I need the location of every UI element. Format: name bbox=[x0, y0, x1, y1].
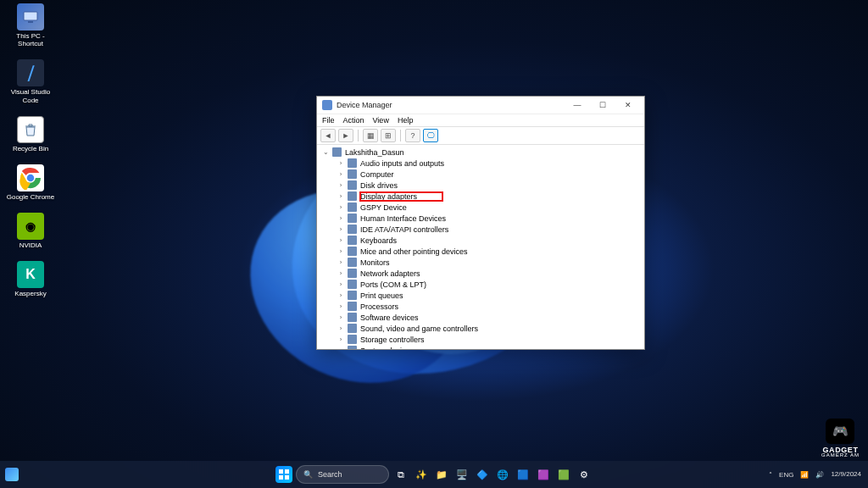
svg-rect-1 bbox=[28, 21, 33, 23]
language-indicator[interactable]: ENG bbox=[779, 471, 793, 479]
start-button[interactable] bbox=[275, 466, 292, 483]
toolbar: ◄ ► ▦ ⊞ ? 🖵 bbox=[317, 127, 644, 145]
device-manager-taskbar-icon[interactable]: 🖥️ bbox=[453, 466, 470, 483]
node-label: Audio inputs and outputs bbox=[360, 159, 444, 168]
tree-node[interactable]: ›Monitors bbox=[320, 257, 641, 268]
expand-icon[interactable]: › bbox=[337, 181, 344, 189]
taskbar-clock[interactable]: 12/9/2024 bbox=[831, 471, 861, 479]
category-icon bbox=[348, 280, 357, 289]
tree-node[interactable]: ›Display adapters bbox=[320, 191, 641, 202]
tree-node[interactable]: ›Software devices bbox=[320, 312, 641, 323]
collapse-icon[interactable]: ⌄ bbox=[322, 148, 329, 156]
taskbar-search[interactable]: 🔍 Search bbox=[296, 465, 389, 484]
tree-node[interactable]: ›Storage controllers bbox=[320, 334, 641, 345]
explorer-taskbar-icon[interactable]: 📁 bbox=[433, 466, 450, 483]
desktop-icon-chrome[interactable]: Google Chrome bbox=[5, 164, 56, 201]
desktop-icon-label: This PC - Shortcut bbox=[5, 32, 56, 47]
svg-rect-8 bbox=[285, 475, 289, 480]
node-label: Display adapters bbox=[360, 192, 417, 201]
node-label: Disk drives bbox=[360, 181, 398, 190]
taskview-button[interactable]: ⧉ bbox=[392, 466, 409, 483]
expand-icon[interactable]: › bbox=[337, 214, 344, 222]
wifi-icon[interactable]: 📶 bbox=[800, 471, 809, 479]
node-label: Processors bbox=[360, 302, 398, 311]
separator bbox=[400, 130, 401, 141]
tray-chevron-icon[interactable]: ˄ bbox=[769, 471, 772, 479]
expand-icon[interactable]: › bbox=[337, 324, 344, 332]
node-label: Mice and other pointing devices bbox=[360, 247, 468, 256]
desktop-icon-kaspersky[interactable]: K Kaspersky bbox=[5, 261, 56, 297]
menu-view[interactable]: View bbox=[373, 116, 389, 125]
expand-icon[interactable]: › bbox=[337, 347, 344, 349]
category-icon bbox=[348, 202, 357, 212]
forward-button[interactable]: ► bbox=[338, 129, 353, 142]
tree-node[interactable]: ›Network adapters bbox=[320, 268, 641, 279]
menu-help[interactable]: Help bbox=[398, 116, 414, 125]
titlebar[interactable]: Device Manager — ☐ ✕ bbox=[317, 97, 644, 114]
expand-icon[interactable]: › bbox=[337, 313, 344, 321]
window-title: Device Manager bbox=[337, 101, 565, 109]
vscode-taskbar-icon[interactable]: 🔷 bbox=[474, 466, 491, 483]
svg-rect-0 bbox=[24, 12, 37, 20]
menu-action[interactable]: Action bbox=[343, 116, 364, 125]
category-icon bbox=[348, 169, 357, 179]
tree-node[interactable]: ›Human Interface Devices bbox=[320, 213, 641, 224]
chrome-taskbar-icon[interactable]: 🌐 bbox=[494, 466, 511, 483]
tree-node[interactable]: ›Processors bbox=[320, 301, 641, 312]
tree-node[interactable]: ›Sound, video and game controllers bbox=[320, 323, 641, 334]
tree-node[interactable]: ›GSPY Device bbox=[320, 202, 641, 213]
expand-icon[interactable]: › bbox=[337, 269, 344, 277]
menu-file[interactable]: File bbox=[322, 116, 335, 125]
tree-node[interactable]: ›Disk drives bbox=[320, 180, 641, 191]
node-label: Human Interface Devices bbox=[360, 214, 446, 223]
expand-icon[interactable]: › bbox=[337, 247, 344, 255]
tree-root[interactable]: ⌄ Lakshitha_Dasun bbox=[320, 147, 641, 158]
tree-node[interactable]: ›Mice and other pointing devices bbox=[320, 246, 641, 257]
back-button[interactable]: ◄ bbox=[320, 129, 336, 142]
node-label: System devices bbox=[360, 347, 414, 350]
watermark: 🎮 GADGET GAMERZ AM bbox=[821, 419, 860, 458]
scan-hardware-button[interactable]: 🖵 bbox=[423, 129, 438, 142]
expand-icon[interactable]: › bbox=[337, 258, 344, 266]
expand-icon[interactable]: › bbox=[337, 159, 344, 167]
help-button[interactable]: ? bbox=[405, 129, 420, 142]
expand-icon[interactable]: › bbox=[337, 225, 344, 233]
steam-taskbar-icon[interactable]: ⚙ bbox=[576, 466, 593, 483]
expand-icon[interactable]: › bbox=[337, 203, 344, 211]
device-tree[interactable]: ⌄ Lakshitha_Dasun ›Audio inputs and outp… bbox=[317, 145, 644, 349]
maximize-button[interactable]: ☐ bbox=[590, 97, 615, 114]
close-button[interactable]: ✕ bbox=[615, 97, 641, 114]
desktop-icon-nvidia[interactable]: ◉ NVIDIA bbox=[5, 213, 56, 249]
expand-icon[interactable]: › bbox=[337, 302, 344, 310]
tree-node[interactable]: ›Ports (COM & LPT) bbox=[320, 279, 641, 290]
expand-icon[interactable]: › bbox=[337, 336, 344, 343]
app2-taskbar-icon[interactable]: 🟪 bbox=[535, 466, 552, 483]
app3-taskbar-icon[interactable]: 🟩 bbox=[555, 466, 572, 483]
expand-icon[interactable]: › bbox=[337, 236, 344, 244]
tree-node[interactable]: ›Keyboards bbox=[320, 235, 641, 246]
widgets-button[interactable] bbox=[5, 468, 19, 481]
tree-node[interactable]: ›Print queues bbox=[320, 290, 641, 301]
properties-button[interactable]: ⊞ bbox=[381, 129, 396, 142]
expand-icon[interactable]: › bbox=[337, 280, 344, 288]
app-taskbar-icon[interactable]: 🟦 bbox=[515, 466, 531, 483]
node-label: Storage controllers bbox=[360, 336, 425, 344]
node-label: Keyboards bbox=[360, 236, 397, 245]
tree-node[interactable]: ›Audio inputs and outputs bbox=[320, 158, 641, 169]
expand-icon[interactable]: › bbox=[337, 192, 344, 200]
desktop-icon-recyclebin[interactable]: Recycle Bin bbox=[5, 116, 56, 152]
expand-icon[interactable]: › bbox=[337, 170, 344, 178]
desktop-icon-thispc[interactable]: This PC - Shortcut bbox=[5, 3, 56, 47]
details-view-button[interactable]: ▦ bbox=[363, 129, 378, 142]
svg-rect-7 bbox=[279, 475, 283, 480]
category-icon bbox=[348, 214, 357, 223]
tree-node[interactable]: ›System devices bbox=[320, 345, 641, 349]
tree-node[interactable]: ›Computer bbox=[320, 169, 641, 180]
volume-icon[interactable]: 🔊 bbox=[815, 471, 824, 479]
copilot-button[interactable]: ✨ bbox=[413, 466, 430, 483]
desktop-icon-vscode[interactable]: ⧸ Visual Studio Code bbox=[5, 59, 56, 103]
expand-icon[interactable]: › bbox=[337, 291, 344, 299]
category-icon bbox=[348, 236, 357, 245]
minimize-button[interactable]: — bbox=[565, 97, 590, 114]
tree-node[interactable]: ›IDE ATA/ATAPI controllers bbox=[320, 224, 641, 235]
